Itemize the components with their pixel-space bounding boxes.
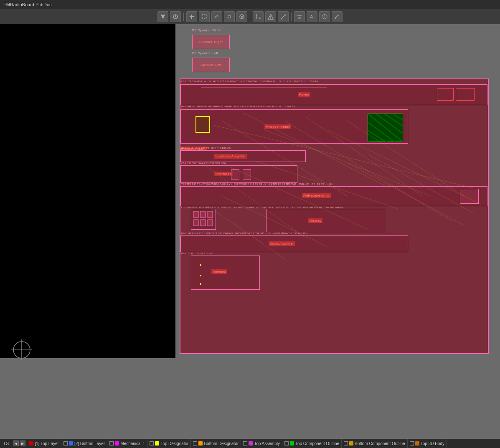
svg-line-2: [175, 17, 176, 18]
audio-group: AudioAmplifier: [180, 235, 408, 252]
antenna-label: Antenna: [211, 269, 227, 274]
drc-button[interactable]: [265, 11, 276, 22]
nav-right-button[interactable]: ▶: [20, 440, 25, 446]
svg-rect-36: [193, 211, 198, 218]
ls-section: LS: [2, 439, 11, 448]
top-asm-checkbox[interactable]: [243, 441, 247, 445]
mech1-label: Mechanical 1: [120, 441, 145, 446]
text-button[interactable]: A: [307, 11, 317, 22]
micro-label: Microcontroller: [264, 124, 291, 129]
pcb-board[interactable]: C22 C23 C24 R30 U4 D3 D4 D5 R27 R28 R29 …: [180, 78, 489, 354]
rx-chip-box: [460, 189, 479, 204]
layer-nav[interactable]: ◀ ▶: [11, 440, 27, 446]
net-inspector-button[interactable]: [170, 11, 181, 22]
interfaces-group: Interfaces: [180, 165, 297, 183]
toolbar-separator-1: [183, 13, 184, 21]
svg-rect-21: [298, 17, 301, 18]
svg-rect-5: [202, 15, 206, 19]
ref-row-fmrx: TP6 TP5 R15 TP4 C7 Q6 C5 R14 C4 R13 Y1 R…: [181, 183, 333, 185]
nav-left-button[interactable]: ◀: [13, 440, 19, 446]
ref-row-interfaces: C34 C35 SW5 SW6 C32 C33 SW3 SW4: [181, 162, 226, 165]
comp-array-1: [191, 209, 216, 230]
black-panel: [0, 24, 175, 358]
svg-point-7: [228, 16, 230, 18]
power-group: Power: [180, 84, 487, 105]
via-button[interactable]: [236, 11, 247, 22]
bottom-layer-checkbox[interactable]: [63, 441, 68, 445]
svg-line-34: [368, 131, 387, 142]
mech1-color: [115, 441, 119, 445]
bot-comp-checkbox[interactable]: [344, 441, 348, 445]
canvas-area[interactable]: P1_Speaker_Right Speaker_Right P1_Speake…: [0, 24, 500, 439]
ratsnest-button[interactable]: [253, 11, 264, 22]
top-layer-label: [1] Top Layer: [35, 441, 59, 446]
status-mechanical1[interactable]: Mechanical 1: [107, 439, 147, 448]
top-comp-checkbox[interactable]: [284, 441, 289, 445]
ref-row-antenna: R18 D2 J1 C8 D1 P16 R17: [181, 252, 213, 255]
green-microcontroller: [368, 114, 403, 142]
lna-group: LowNoiseAmplifier: [180, 150, 306, 162]
display-group: Display: [266, 209, 385, 232]
svg-point-16: [270, 18, 271, 19]
audio-label: AudioAmplifier: [269, 241, 295, 246]
power-label: Power: [298, 92, 310, 97]
status-top-designator[interactable]: Top Designator: [147, 439, 191, 448]
bottom-layer-label: [2] Bottom Layer: [74, 441, 105, 446]
status-top-assembly[interactable]: Top Assembly: [241, 439, 282, 448]
status-top-component-outline[interactable]: Top Component Outline: [282, 439, 342, 448]
status-bottom-designator[interactable]: Bottom Designator: [191, 439, 241, 448]
top-asm-color: [249, 441, 253, 445]
top-3d-color: [415, 441, 419, 445]
bot-comp-color: [349, 441, 353, 445]
top-3d-checkbox[interactable]: [410, 441, 414, 445]
status-top-layer[interactable]: [1] Top Layer: [27, 439, 61, 448]
add-button[interactable]: [186, 11, 197, 22]
svg-rect-37: [201, 211, 206, 218]
top-asm-label: Top Assembly: [254, 441, 280, 446]
rect-select-button[interactable]: [199, 11, 210, 22]
lna-label: LowNoiseAmplifier: [214, 154, 247, 159]
top-des-color: [155, 441, 159, 445]
crosshair-symbol: [9, 337, 34, 362]
sw-box2: [243, 169, 251, 180]
svg-rect-38: [193, 220, 198, 226]
pad-button[interactable]: [224, 11, 235, 22]
power-chip2: [456, 88, 475, 101]
svg-line-17: [281, 15, 285, 19]
bot-des-checkbox[interactable]: [193, 441, 197, 445]
pen-button[interactable]: [332, 11, 343, 22]
top-3d-label: Top 3D Body: [421, 441, 444, 446]
top-des-checkbox[interactable]: [150, 441, 154, 445]
3d-button[interactable]: [319, 11, 330, 22]
antenna-group: Antenna: [191, 256, 260, 290]
status-top-3d-body[interactable]: Top 3D Body: [408, 439, 447, 448]
bot-comp-label: Bottom Component Outline: [355, 441, 405, 446]
ref-row-2: R45 R44 J8 R43 R42 R41 R40 R39 R38 R37 R…: [181, 105, 295, 108]
ref-row-lna: R22 Q1 L1 C12 R21 C11 R20 C10 R19 C9: [181, 147, 231, 149]
toolbar-separator-3: [291, 13, 292, 21]
fmreceiver-label: FMReceiverChip: [302, 193, 331, 198]
measure-button[interactable]: [278, 11, 289, 22]
top-comp-label: Top Component Outline: [295, 441, 339, 446]
filter-button[interactable]: [157, 11, 168, 22]
route-track-button[interactable]: [211, 11, 222, 22]
svg-rect-40: [208, 211, 213, 218]
svg-line-33: [385, 114, 404, 127]
status-bottom-layer[interactable]: [2] Bottom Layer: [61, 439, 107, 448]
top-layer-color: [29, 441, 33, 445]
status-bottom-component-outline[interactable]: Bottom Component Outline: [342, 439, 408, 448]
power-chip: [437, 88, 454, 101]
speaker-right-component: Speaker_Right: [192, 35, 230, 49]
svg-rect-20: [297, 15, 302, 16]
mech1-checkbox[interactable]: [109, 441, 114, 445]
svg-rect-39: [201, 220, 206, 226]
toolbar: A: [0, 9, 500, 24]
j8-connector: [195, 116, 210, 133]
app-title: FMRadioBoard.PcbDoc: [3, 2, 52, 7]
svg-rect-22: [298, 18, 301, 19]
toolbar-separator-2: [250, 13, 250, 21]
ant-pad-3: [200, 283, 201, 285]
sw-box1: [231, 169, 239, 180]
bot-des-color: [198, 441, 203, 445]
align-button[interactable]: [294, 11, 305, 22]
